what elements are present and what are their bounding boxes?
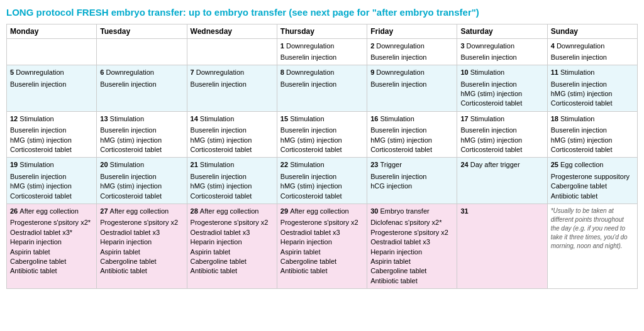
medication-line: Progesterone s'psitory x2 bbox=[280, 218, 364, 227]
table-cell: 30 Embryo transferDiclofenac s'psitory x… bbox=[367, 203, 457, 288]
day-label: After egg collection bbox=[290, 207, 349, 215]
cell-header: 28 After egg collection bbox=[191, 207, 274, 216]
cell-header: 6 Downregulation bbox=[100, 68, 183, 77]
cell-header: 21 Stimulation bbox=[191, 160, 274, 170]
medication-line: Antibiotic tablet bbox=[370, 276, 453, 286]
day-number: 26 bbox=[10, 207, 19, 215]
day-number: 19 bbox=[10, 161, 19, 168]
day-number: 28 bbox=[191, 207, 200, 215]
table-row: 26 After egg collectionProgesterone s'ps… bbox=[7, 203, 638, 288]
table-cell bbox=[187, 38, 277, 65]
table-cell: 3 DownregulationBuserelin injection bbox=[457, 38, 547, 65]
day-label: After egg collection bbox=[110, 207, 169, 215]
medication-line: Heparin injection bbox=[10, 237, 93, 247]
cell-header: 12 Stimulation bbox=[10, 114, 93, 124]
cell-header: 23 Trigger bbox=[370, 160, 453, 170]
table-cell: 17 StimulationBuserelin injectionhMG (st… bbox=[457, 111, 547, 158]
table-cell: 28 After egg collectionProgesterone s'ps… bbox=[187, 203, 277, 288]
day-number: 31 bbox=[460, 207, 468, 215]
medication-line: hMG (stim) injection bbox=[280, 182, 364, 191]
column-header-saturday: Saturday bbox=[457, 24, 547, 38]
column-header-tuesday: Tuesday bbox=[97, 24, 187, 38]
medication-line: Corticosteroid tablet bbox=[280, 145, 364, 155]
medication-line: hMG (stim) injection bbox=[460, 89, 543, 99]
medication-line: Progesterone s'psitory x2 bbox=[191, 218, 274, 227]
day-number: 9 bbox=[370, 68, 376, 76]
table-row: 12 StimulationBuserelin injectionhMG (st… bbox=[7, 111, 638, 158]
medication-line: Buserelin injection bbox=[280, 80, 364, 89]
table-row: 19 StimulationBuserelin injectionhMG (st… bbox=[7, 158, 638, 204]
column-header-monday: Monday bbox=[7, 24, 97, 38]
medication-line: Cabergoline tablet bbox=[10, 257, 93, 266]
day-label: Downregulation bbox=[106, 68, 153, 76]
day-label: Embryo transfer bbox=[380, 207, 429, 215]
table-cell: 26 After egg collectionProgesterone s'ps… bbox=[7, 203, 97, 288]
day-number: 20 bbox=[100, 161, 109, 168]
footnote-text: *Usually to be taken at different points… bbox=[551, 207, 628, 249]
day-number: 23 bbox=[370, 161, 380, 168]
table-cell: 15 StimulationBuserelin injectionhMG (st… bbox=[277, 111, 367, 158]
cell-header: 19 Stimulation bbox=[10, 160, 93, 170]
table-cell: 20 StimulationBuserelin injectionhMG (st… bbox=[97, 158, 187, 204]
table-cell: *Usually to be taken at different points… bbox=[547, 203, 637, 288]
medication-line: hMG (stim) injection bbox=[100, 182, 183, 191]
medication-line: Aspirin tablet bbox=[191, 247, 274, 257]
medication-line: Buserelin injection bbox=[100, 80, 183, 89]
day-number: 17 bbox=[460, 115, 470, 122]
medication-line: Buserelin injection bbox=[191, 80, 274, 89]
day-number: 29 bbox=[280, 207, 290, 215]
day-number: 22 bbox=[280, 161, 290, 168]
table-cell: 7 DownregulationBuserelin injection bbox=[187, 65, 277, 112]
day-label: Stimulation bbox=[110, 161, 144, 168]
day-label: Downregulation bbox=[286, 68, 334, 76]
cell-header: 24 Day after trigger bbox=[460, 160, 543, 170]
cell-header: 14 Stimulation bbox=[191, 114, 274, 124]
cell-header: 10 Stimulation bbox=[460, 68, 543, 77]
medication-line: Buserelin injection bbox=[460, 53, 543, 62]
day-number: 30 bbox=[370, 207, 380, 215]
day-label: Egg collection bbox=[560, 161, 604, 168]
day-label: Downregulation bbox=[16, 68, 64, 76]
medication-line: Antibiotic tablet bbox=[191, 266, 274, 276]
medication-line: Corticosteroid tablet bbox=[100, 192, 183, 201]
medication-line: hMG (stim) injection bbox=[551, 89, 634, 99]
medication-line: hMG (stim) injection bbox=[191, 136, 274, 145]
cell-header: 7 Downregulation bbox=[191, 68, 274, 77]
medication-line: Aspirin tablet bbox=[10, 247, 93, 257]
cell-header: 15 Stimulation bbox=[280, 114, 364, 124]
day-label: After egg collection bbox=[19, 207, 79, 215]
page-title: LONG protocol FRESH embryo transfer: up … bbox=[6, 6, 638, 19]
medication-line: hMG (stim) injection bbox=[280, 136, 364, 145]
cell-header: 27 After egg collection bbox=[100, 207, 183, 216]
table-cell: 13 StimulationBuserelin injectionhMG (st… bbox=[97, 111, 187, 158]
column-header-friday: Friday bbox=[367, 24, 457, 38]
cell-header: 31 bbox=[460, 207, 543, 216]
cell-header: 11 Stimulation bbox=[551, 68, 634, 77]
medication-line: Buserelin injection bbox=[551, 80, 634, 89]
medication-line: Progesterone s'psitory x2* bbox=[10, 218, 93, 227]
cell-header: 22 Stimulation bbox=[280, 160, 364, 170]
table-cell: 8 DownregulationBuserelin injection bbox=[277, 65, 367, 112]
medication-line: Progesterone suppository bbox=[551, 172, 634, 182]
table-cell: 29 After egg collectionProgesterone s'ps… bbox=[277, 203, 367, 288]
day-number: 25 bbox=[551, 161, 560, 168]
medication-line: Cabergoline tablet bbox=[370, 266, 453, 276]
day-label: Stimulation bbox=[290, 161, 324, 168]
medication-line: hMG (stim) injection bbox=[100, 136, 183, 145]
medication-line: Buserelin injection bbox=[10, 126, 93, 135]
medication-line: Buserelin injection bbox=[460, 126, 543, 135]
table-cell: 4 DownregulationBuserelin injection bbox=[547, 38, 637, 65]
day-number: 10 bbox=[460, 68, 470, 76]
medication-line: hMG (stim) injection bbox=[370, 136, 453, 145]
day-label: Stimulation bbox=[200, 161, 234, 168]
medication-line: Buserelin injection bbox=[191, 172, 274, 182]
medication-line: Oestradiol tablet x3* bbox=[10, 228, 93, 237]
medication-line: Antibiotic tablet bbox=[10, 266, 93, 276]
day-number: 14 bbox=[191, 115, 200, 122]
day-number: 8 bbox=[280, 68, 286, 76]
day-number: 7 bbox=[191, 68, 196, 76]
cell-header: 17 Stimulation bbox=[460, 114, 543, 124]
medication-line: Buserelin injection bbox=[280, 53, 364, 62]
medication-line: hMG (stim) injection bbox=[10, 182, 93, 191]
day-label: Downregulation bbox=[196, 68, 244, 76]
